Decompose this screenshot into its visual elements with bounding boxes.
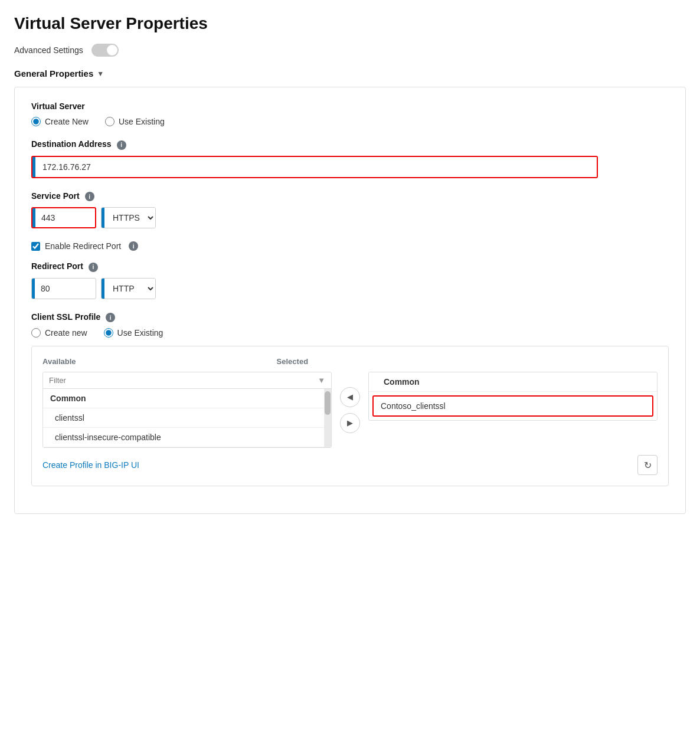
client-ssl-profile-radio-group: Create new Use Existing (31, 328, 669, 338)
redirect-port-protocol-select[interactable]: HTTP HTTPS Other (104, 279, 155, 299)
redirect-port-field-group: Redirect Port i HTTP HTTPS Other (31, 261, 669, 299)
dual-list-row: ▼ Common clientssl clientssl-insecure-co… (42, 372, 658, 448)
use-existing-vs-option[interactable]: Use Existing (105, 117, 165, 126)
service-port-row: HTTPS HTTP Other (31, 207, 669, 228)
destination-address-field-group: Destination Address i (31, 139, 669, 178)
general-properties-panel: Virtual Server Create New Use Existing D… (14, 87, 686, 514)
create-new-vs-label: Create New (45, 117, 89, 126)
redirect-port-label: Redirect Port i (31, 261, 669, 272)
selected-group-header: Common (369, 372, 657, 392)
use-existing-vs-radio[interactable] (105, 117, 115, 126)
advanced-settings-label: Advanced Settings (14, 45, 83, 55)
available-col-label: Available (42, 357, 76, 366)
create-new-vs-option[interactable]: Create New (31, 117, 89, 126)
service-port-protocol-select[interactable]: HTTPS HTTP Other (104, 208, 155, 228)
client-ssl-profile-field-group: Client SSL Profile i Create new Use Exis… (31, 312, 669, 487)
transfer-left-button[interactable]: ◀ (340, 387, 360, 407)
selected-list-inner: Contoso_clientssl (369, 395, 657, 417)
use-existing-ssl-radio[interactable] (104, 328, 113, 338)
service-port-protocol-wrap: HTTPS HTTP Other (101, 207, 156, 228)
create-new-ssl-option[interactable]: Create new (31, 328, 87, 338)
service-port-input-wrap (31, 207, 96, 228)
scroll-thumb (325, 391, 331, 415)
enable-redirect-port-label: Enable Redirect Port (45, 241, 121, 251)
virtual-server-radio-group: Create New Use Existing (31, 117, 669, 126)
available-group-common[interactable]: Common (43, 389, 331, 408)
list-item-clientssl[interactable]: clientssl (43, 408, 331, 428)
create-new-ssl-label: Create new (45, 328, 87, 338)
selected-group-common-label: Common (384, 377, 420, 387)
redirect-port-row: HTTP HTTPS Other (31, 278, 669, 299)
dual-list-container: Available Selected ▼ Common clientssl cl… (31, 346, 669, 486)
redirect-port-info-icon[interactable]: i (89, 263, 98, 272)
available-list-wrap: ▼ Common clientssl clientssl-insecure-co… (42, 372, 332, 448)
virtual-server-field-group: Virtual Server Create New Use Existing (31, 101, 669, 126)
destination-address-info-icon[interactable]: i (117, 140, 126, 150)
use-existing-ssl-option[interactable]: Use Existing (104, 328, 163, 338)
general-properties-arrow: ▼ (97, 70, 104, 78)
selected-col-label: Selected (277, 357, 308, 366)
dual-list-header-row: Available Selected (42, 357, 658, 366)
client-ssl-profile-info-icon[interactable]: i (106, 313, 115, 322)
list-item-clientssl-insecure[interactable]: clientssl-insecure-compatible (43, 428, 331, 447)
redirect-port-protocol-wrap: HTTP HTTPS Other (101, 278, 156, 299)
destination-address-label: Destination Address i (31, 139, 669, 150)
advanced-settings-row: Advanced Settings (14, 44, 686, 57)
virtual-server-label: Virtual Server (31, 101, 669, 111)
client-ssl-profile-label: Client SSL Profile i (31, 312, 669, 323)
selected-item-contoso-clientssl[interactable]: Contoso_clientssl (372, 395, 653, 417)
scroll-indicator[interactable] (324, 389, 331, 447)
page-title: Virtual Server Properties (14, 14, 686, 33)
service-port-label: Service Port i (31, 191, 669, 202)
enable-redirect-port-info-icon[interactable]: i (129, 241, 138, 251)
general-properties-label: General Properties (14, 68, 93, 78)
transfer-buttons: ◀ ▶ (340, 387, 360, 433)
create-profile-link[interactable]: Create Profile in BIG-IP UI (42, 460, 139, 470)
redirect-port-input-wrap (31, 278, 96, 299)
use-existing-vs-label: Use Existing (119, 117, 165, 126)
selected-list-wrap: Common Contoso_clientssl (368, 372, 658, 421)
create-new-vs-radio[interactable] (31, 117, 41, 126)
service-port-input[interactable] (35, 208, 77, 227)
refresh-button[interactable]: ↻ (637, 455, 658, 475)
redirect-port-input[interactable] (35, 279, 70, 299)
general-properties-header[interactable]: General Properties ▼ (14, 68, 686, 78)
destination-address-input[interactable] (35, 157, 597, 177)
advanced-settings-toggle[interactable] (91, 44, 119, 57)
service-port-field-group: Service Port i HTTPS HTTP Other (31, 191, 669, 229)
service-port-info-icon[interactable]: i (85, 192, 94, 201)
dual-list-bottom-row: Create Profile in BIG-IP UI ↻ (42, 455, 658, 475)
destination-address-input-wrap (31, 156, 598, 178)
transfer-right-button[interactable]: ▶ (340, 413, 360, 433)
available-list-items: Common clientssl clientssl-insecure-comp… (43, 389, 331, 447)
enable-redirect-port-row: Enable Redirect Port i (31, 241, 669, 251)
use-existing-ssl-label: Use Existing (117, 328, 163, 338)
create-new-ssl-radio[interactable] (31, 328, 41, 338)
filter-bar: ▼ (43, 372, 331, 389)
filter-icon: ▼ (318, 376, 325, 385)
filter-input[interactable] (49, 376, 318, 385)
enable-redirect-port-checkbox[interactable] (31, 242, 40, 251)
